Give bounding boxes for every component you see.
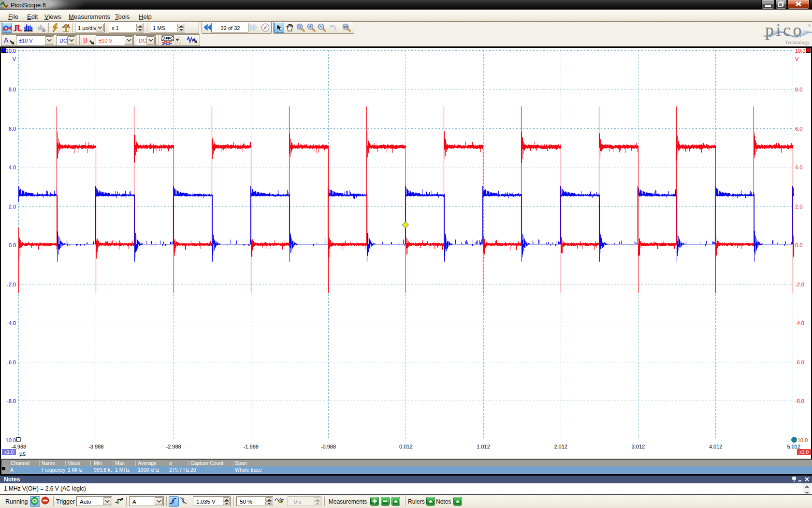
svg-text:-0.988: -0.988: [321, 444, 336, 449]
svg-text:-1.988: -1.988: [244, 444, 259, 449]
svg-text:V: V: [13, 56, 16, 62]
svg-text:-3.988: -3.988: [88, 444, 103, 449]
svg-text:-2.988: -2.988: [166, 444, 181, 449]
svg-text:1.012: 1.012: [477, 444, 490, 449]
svg-text:-4.0: -4.0: [795, 320, 804, 326]
svg-text:4.0: 4.0: [795, 164, 802, 170]
svg-text:®: ®: [808, 23, 811, 28]
svg-text:4.012: 4.012: [709, 444, 723, 449]
svg-text:10.0: 10.0: [6, 48, 16, 54]
svg-text:-6.0: -6.0: [7, 359, 16, 365]
svg-text:-4.988: -4.988: [11, 444, 26, 449]
svg-text:8.0: 8.0: [795, 87, 802, 92]
svg-text:-2.0: -2.0: [7, 282, 16, 287]
svg-text:0.0: 0.0: [795, 242, 802, 248]
svg-text:5.012: 5.012: [787, 444, 800, 449]
svg-text:3.012: 3.012: [632, 444, 645, 449]
svg-text:pico: pico: [765, 22, 804, 40]
svg-text:-8.0: -8.0: [7, 398, 16, 404]
svg-text:Technology: Technology: [785, 40, 810, 45]
svg-text:-6.0: -6.0: [795, 359, 804, 365]
svg-text:4.0: 4.0: [9, 164, 16, 170]
svg-text:2.012: 2.012: [554, 444, 567, 449]
svg-text:-4.0: -4.0: [7, 320, 16, 326]
svg-text:x1.0: x1.0: [4, 449, 14, 455]
svg-text:6.0: 6.0: [9, 126, 16, 132]
svg-text:0.012: 0.012: [399, 444, 413, 449]
svg-text:10.0: 10.0: [795, 48, 805, 54]
svg-text:100: 100: [343, 25, 348, 28]
svg-text:2.0: 2.0: [9, 204, 16, 209]
svg-text:8.0: 8.0: [9, 87, 16, 92]
svg-text:µs: µs: [19, 450, 26, 457]
svg-text:2.0: 2.0: [795, 204, 802, 209]
svg-text:x1.0: x1.0: [799, 449, 809, 455]
svg-text:10.0: 10.0: [798, 437, 808, 443]
svg-text:-2.0: -2.0: [795, 282, 804, 287]
svg-text:-8.0: -8.0: [795, 398, 804, 404]
svg-text:0.0: 0.0: [9, 242, 16, 248]
svg-text:V: V: [795, 56, 799, 62]
svg-text:-10.0: -10.0: [4, 437, 16, 443]
svg-text:6.0: 6.0: [795, 126, 802, 132]
svg-text:FF: FF: [166, 37, 170, 40]
